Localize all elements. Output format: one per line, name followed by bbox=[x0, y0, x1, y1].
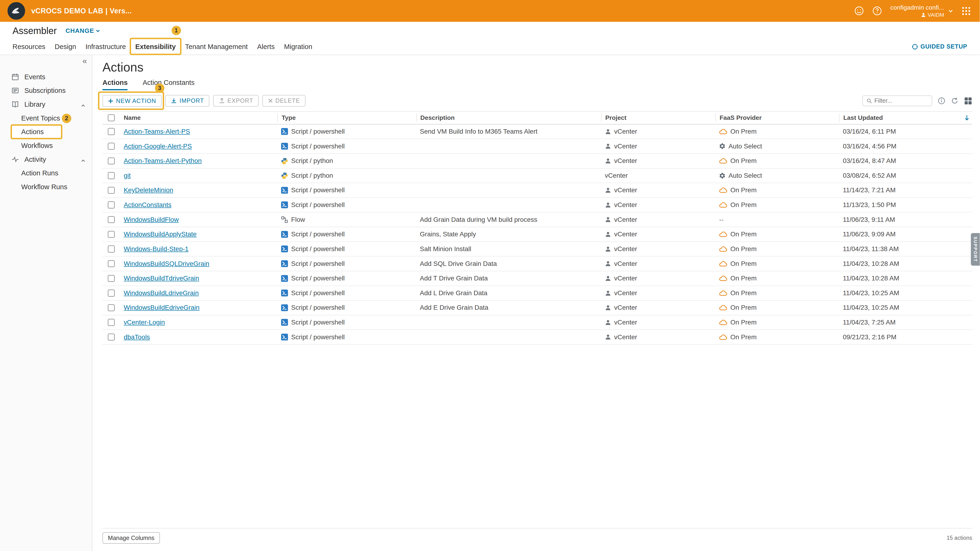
feedback-smiley-icon[interactable] bbox=[854, 6, 864, 16]
column-header-faas-provider[interactable]: FaaS Provider bbox=[715, 114, 839, 122]
row-checkbox[interactable] bbox=[108, 172, 115, 179]
new-action-button[interactable]: NEW ACTION bbox=[102, 95, 162, 107]
action-name-link[interactable]: Action-Teams-Alert-Python bbox=[124, 157, 202, 165]
app-switcher-icon[interactable] bbox=[961, 6, 971, 16]
table-row[interactable]: Action-Google-Alert-PS Script / powershe… bbox=[102, 139, 972, 154]
table-row[interactable]: KeyDeleteMinion Script / powershell vCen… bbox=[102, 183, 972, 198]
column-header-description[interactable]: Description bbox=[416, 114, 601, 122]
action-name-link[interactable]: Action-Google-Alert-PS bbox=[124, 143, 192, 150]
row-checkbox[interactable] bbox=[108, 231, 115, 238]
tab-actions[interactable]: Actions bbox=[102, 78, 127, 90]
sidebar-collapse-icon[interactable]: « bbox=[83, 56, 87, 65]
action-name-link[interactable]: git bbox=[124, 172, 131, 179]
tab-migration[interactable]: Migration bbox=[284, 43, 312, 51]
tab-infrastructure[interactable]: Infrastructure bbox=[85, 43, 126, 51]
tab-alerts[interactable]: Alerts bbox=[257, 43, 275, 51]
sidebar-group-library[interactable]: Library bbox=[0, 97, 92, 111]
refresh-icon[interactable] bbox=[951, 97, 958, 105]
type-label: Script / powershell bbox=[291, 143, 345, 150]
row-checkbox[interactable] bbox=[108, 334, 115, 341]
change-app-link[interactable]: CHANGE bbox=[65, 27, 100, 35]
action-name-link[interactable]: WindowsBuildTdriveGrain bbox=[124, 275, 199, 282]
info-icon[interactable] bbox=[938, 97, 945, 105]
tab-tenant-management[interactable]: Tenant Management bbox=[185, 43, 248, 51]
manage-columns-button[interactable]: Manage Columns bbox=[102, 532, 160, 544]
delete-button[interactable]: DELETE bbox=[262, 95, 305, 107]
faas-label: On Prem bbox=[730, 260, 757, 268]
row-checkbox[interactable] bbox=[108, 216, 115, 223]
filter-input[interactable] bbox=[875, 97, 928, 104]
table-row[interactable]: git Script / python vCenter Auto Select … bbox=[102, 169, 972, 183]
grid-view-icon[interactable] bbox=[964, 97, 972, 105]
action-name-link[interactable]: Action-Teams-Alert-PS bbox=[124, 128, 190, 135]
action-name-link[interactable]: KeyDeleteMinion bbox=[124, 186, 173, 194]
table-row[interactable]: Windows-Build-Step-1 Script / powershell… bbox=[102, 242, 972, 257]
column-header-name[interactable]: Name bbox=[120, 114, 278, 122]
faas-label: Auto Select bbox=[729, 143, 762, 150]
sidebar-item-actions[interactable]: Actions 2 bbox=[0, 125, 92, 139]
sidebar-item-workflows[interactable]: Workflows bbox=[0, 139, 92, 153]
last-updated-cell: 11/06/23, 9:09 AM bbox=[839, 231, 972, 238]
sidebar-group-activity[interactable]: Activity bbox=[0, 153, 92, 166]
cloud-icon bbox=[719, 276, 727, 281]
table-row[interactable]: WindowsBuildSQLDriveGrain Script / power… bbox=[102, 256, 972, 271]
row-checkbox[interactable] bbox=[108, 290, 115, 296]
row-checkbox[interactable] bbox=[108, 201, 115, 208]
column-header-last-updated[interactable]: Last Updated bbox=[839, 114, 972, 122]
table-row[interactable]: Action-Teams-Alert-Python Script / pytho… bbox=[102, 154, 972, 169]
activity-icon bbox=[11, 156, 19, 163]
row-checkbox[interactable] bbox=[108, 128, 115, 135]
action-name-link[interactable]: dbaTools bbox=[124, 333, 150, 341]
user-menu[interactable]: configadmin confi... VAIDM bbox=[890, 4, 953, 18]
action-name-link[interactable]: vCenter-Login bbox=[124, 318, 165, 326]
action-name-link[interactable]: WindowsBuildLdriveGrain bbox=[124, 289, 199, 297]
export-icon bbox=[219, 98, 225, 104]
table-row[interactable]: dbaTools Script / powershell vCenter On … bbox=[102, 330, 972, 345]
sidebar-item-subscriptions[interactable]: Subscriptions bbox=[0, 84, 92, 97]
sidebar-item-events[interactable]: Events bbox=[0, 70, 92, 84]
sidebar-item-event-topics[interactable]: Event Topics bbox=[0, 111, 92, 125]
action-name-link[interactable]: Windows-Build-Step-1 bbox=[124, 245, 189, 253]
action-name-link[interactable]: ActionConstants bbox=[124, 201, 172, 209]
row-checkbox[interactable] bbox=[108, 187, 115, 194]
row-checkbox[interactable] bbox=[108, 245, 115, 252]
members-icon bbox=[605, 261, 611, 267]
select-all-checkbox[interactable] bbox=[108, 115, 115, 121]
export-button[interactable]: EXPORT bbox=[213, 95, 259, 107]
table-row[interactable]: WindowsBuildTdriveGrain Script / powersh… bbox=[102, 271, 972, 286]
tab-design[interactable]: Design bbox=[55, 43, 76, 51]
action-name-link[interactable]: WindowsBuildApplyState bbox=[124, 231, 197, 238]
action-name-link[interactable]: WindowsBuildEdriveGrain bbox=[124, 304, 199, 311]
row-checkbox[interactable] bbox=[108, 304, 115, 311]
description-cell: Add SQL Drive Grain Data bbox=[416, 260, 601, 268]
table-row[interactable]: WindowsBuildApplyState Script / powershe… bbox=[102, 227, 972, 242]
row-checkbox[interactable] bbox=[108, 158, 115, 164]
sidebar-item-action-runs[interactable]: Action Runs bbox=[0, 166, 92, 180]
sort-descending-icon[interactable] bbox=[964, 115, 970, 121]
sidebar-item-workflow-runs[interactable]: Workflow Runs bbox=[0, 180, 92, 194]
table-row[interactable]: WindowsBuildLdriveGrain Script / powersh… bbox=[102, 286, 972, 301]
guided-setup-link[interactable]: GUIDED SETUP bbox=[912, 43, 967, 50]
column-header-project[interactable]: Project bbox=[601, 114, 716, 122]
support-tab[interactable]: SUPPORT bbox=[971, 233, 980, 266]
action-name-link[interactable]: WindowsBuildSQLDriveGrain bbox=[124, 260, 209, 268]
action-name-link[interactable]: WindowsBuildFlow bbox=[124, 216, 179, 223]
column-header-type[interactable]: Type bbox=[277, 114, 416, 122]
table-row[interactable]: WindowsBuildEdriveGrain Script / powersh… bbox=[102, 301, 972, 315]
row-checkbox[interactable] bbox=[108, 260, 115, 267]
help-icon[interactable] bbox=[872, 6, 882, 16]
tab-resources[interactable]: Resources bbox=[13, 43, 45, 51]
import-button[interactable]: IMPORT bbox=[165, 95, 209, 107]
row-checkbox[interactable] bbox=[108, 275, 115, 282]
table-row[interactable]: WindowsBuildFlow Flow Add Grain Data dur… bbox=[102, 212, 972, 227]
row-checkbox[interactable] bbox=[108, 319, 115, 326]
tab-action-constants[interactable]: Action Constants bbox=[143, 78, 194, 90]
table-row[interactable]: vCenter-Login Script / powershell vCente… bbox=[102, 315, 972, 330]
project-label: vCenter bbox=[614, 275, 637, 282]
table-row[interactable]: ActionConstants Script / powershell vCen… bbox=[102, 198, 972, 213]
tab-extensibility[interactable]: Extensibility 1 bbox=[135, 43, 176, 51]
faas-label: On Prem bbox=[730, 318, 757, 326]
vcrocs-logo bbox=[8, 2, 25, 20]
row-checkbox[interactable] bbox=[108, 143, 115, 150]
table-row[interactable]: Action-Teams-Alert-PS Script / powershel… bbox=[102, 124, 972, 139]
